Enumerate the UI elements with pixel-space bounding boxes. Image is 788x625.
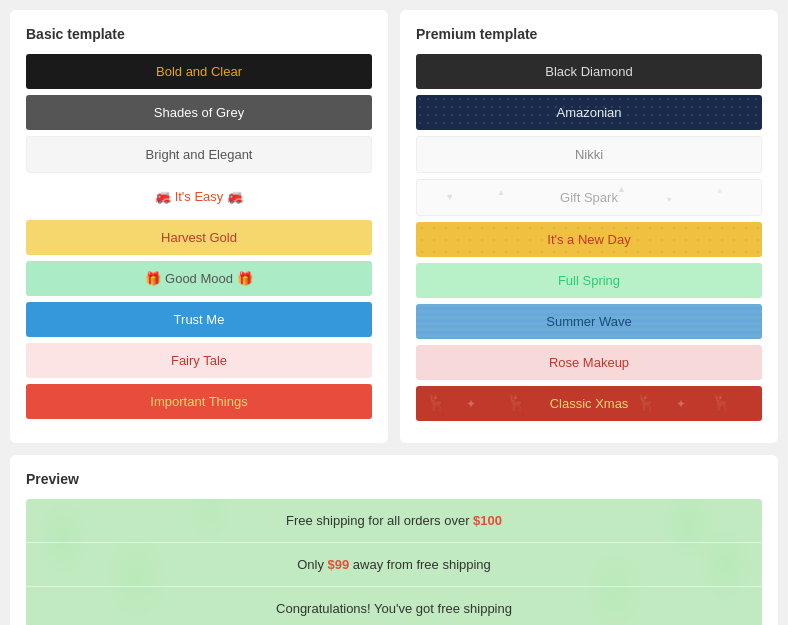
preview-section: Preview Free shipping for all orders ove… [10, 455, 778, 625]
basic-shades-of-grey[interactable]: Shades of Grey [26, 95, 372, 130]
basic-important-things[interactable]: Important Things [26, 384, 372, 419]
premium-summer-wave[interactable]: Summer Wave [416, 304, 762, 339]
preview-banner-congrats: Congratulations! You've got free shippin… [26, 587, 762, 625]
basic-template-panel: Basic template Bold and Clear Shades of … [10, 10, 388, 443]
preview-highlight-2: $99 [328, 557, 350, 572]
preview-highlight-1: $100 [473, 513, 502, 528]
premium-nikki[interactable]: Nikki [416, 136, 762, 173]
svg-text:🦌: 🦌 [711, 393, 731, 412]
svg-text:🦌: 🦌 [636, 393, 656, 412]
premium-rose-makeup[interactable]: Rose Makeup [416, 345, 762, 380]
basic-bright-and-elegant[interactable]: Bright and Elegant [26, 136, 372, 173]
premium-its-a-new-day[interactable]: It's a New Day [416, 222, 762, 257]
basic-good-mood[interactable]: 🎁 Good Mood 🎁 [26, 261, 372, 296]
svg-text:✦: ✦ [676, 397, 686, 411]
svg-text:🦌: 🦌 [426, 393, 446, 412]
preview-container: Free shipping for all orders over $100 O… [26, 499, 762, 625]
svg-text:♥: ♥ [667, 195, 672, 204]
premium-amazonian[interactable]: Amazonian [416, 95, 762, 130]
template-panels: Basic template Bold and Clear Shades of … [10, 10, 778, 443]
premium-panel-title: Premium template [416, 26, 762, 42]
svg-text:▲: ▲ [497, 188, 505, 197]
svg-text:●: ● [717, 186, 722, 196]
svg-text:🦌: 🦌 [506, 393, 526, 412]
preview-banner-away: Only $99 away from free shipping [26, 543, 762, 587]
preview-text-2b: away from free shipping [349, 557, 491, 572]
premium-full-spring[interactable]: Full Spring [416, 263, 762, 298]
svg-text:▲: ▲ [617, 184, 626, 194]
preview-text-1: Free shipping for all orders over [286, 513, 473, 528]
preview-text-3: Congratulations! You've got free shippin… [276, 601, 512, 616]
basic-bold-and-clear[interactable]: Bold and Clear [26, 54, 372, 89]
premium-template-panel: Premium template Black Diamond Amazonian… [400, 10, 778, 443]
basic-harvest-gold[interactable]: Harvest Gold [26, 220, 372, 255]
basic-its-easy[interactable]: 🚒 It's Easy 🚒 [26, 179, 372, 214]
basic-trust-me[interactable]: Trust Me [26, 302, 372, 337]
preview-text-2: Only [297, 557, 327, 572]
premium-classic-xmas[interactable]: 🦌 ✦ 🦌 🦌 ✦ 🦌 Classic Xmas [416, 386, 762, 421]
svg-text:✦: ✦ [466, 397, 476, 411]
premium-black-diamond[interactable]: Black Diamond [416, 54, 762, 89]
svg-text:♥: ♥ [447, 191, 453, 202]
basic-fairy-tale[interactable]: Fairy Tale [26, 343, 372, 378]
preview-banner-free-shipping: Free shipping for all orders over $100 [26, 499, 762, 543]
basic-panel-title: Basic template [26, 26, 372, 42]
preview-title: Preview [26, 471, 762, 487]
premium-gift-spark[interactable]: Gift Spark ♥ ▲ ▲ ♥ ● [416, 179, 762, 216]
